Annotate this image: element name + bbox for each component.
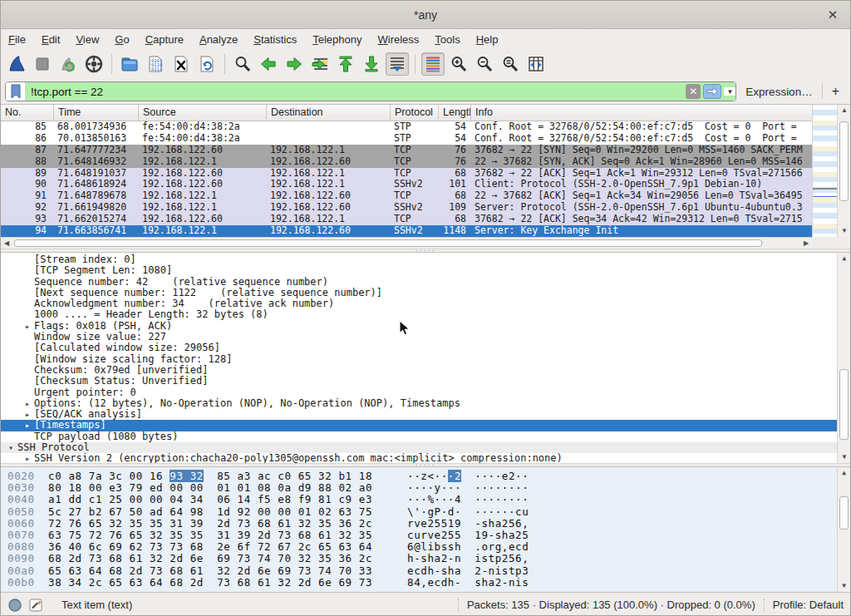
hex-row-0090[interactable]: 009068 2d 73 68 61 32 2d 6e 69 73 74 70 …	[1, 553, 837, 564]
hex-bytes[interactable]: 5c 27 b2 67 50 ad 64 98 1d 92 00 00 01 0…	[42, 506, 372, 518]
filter-history-dropdown-icon[interactable]: ▾	[724, 87, 735, 96]
detail-line[interactable]: ▾SSH Protocol	[1, 442, 837, 453]
detail-line[interactable]: ▸Flags: 0x018 (PSH, ACK)	[1, 321, 837, 332]
packet-list-vscrollbar[interactable]: ▲ ▼	[837, 105, 850, 237]
packet-row-94[interactable]: 9471.663856741192.168.122.1192.168.122.6…	[1, 225, 812, 237]
save-file-icon[interactable]: 010101100111	[144, 52, 167, 76]
packet-row-85[interactable]: 8568.001734936fe:54:00:d4:38:2aSTP54Conf…	[1, 121, 812, 133]
hex-row-0080[interactable]: 008036 40 6c 69 62 73 73 68 2e 6f 72 67 …	[1, 541, 837, 553]
filter-apply-icon[interactable]	[703, 84, 721, 99]
detail-line[interactable]: 1000 .... = Header Length: 32 bytes (8)	[1, 309, 837, 320]
go-last-icon[interactable]	[360, 52, 383, 76]
packet-row-91[interactable]: 9171.648789678192.168.122.1192.168.122.6…	[1, 190, 812, 202]
hex-row-0030[interactable]: 003080 18 00 e3 79 ed 00 00 01 01 08 0a …	[1, 482, 837, 494]
scroll-down-icon[interactable]: ▼	[838, 225, 850, 237]
zoom-in-icon[interactable]	[447, 52, 470, 76]
hex-row-0070[interactable]: 007063 75 72 76 65 32 35 35 31 39 2d 73 …	[1, 530, 837, 541]
close-icon[interactable]: ✕	[824, 6, 842, 24]
capture-comment-icon[interactable]	[29, 598, 43, 613]
filter-clear-icon[interactable]: ✕	[686, 84, 701, 99]
collapsed-arrow-icon[interactable]: ▸	[21, 420, 34, 431]
column-header-time[interactable]: Time	[54, 105, 139, 121]
menu-view[interactable]: View	[76, 33, 99, 46]
detail-line[interactable]: TCP payload (1080 bytes)	[1, 431, 837, 442]
scroll-down-icon[interactable]: ▼	[838, 580, 850, 592]
close-file-icon[interactable]	[170, 52, 193, 76]
hex-ascii[interactable]: ecdh-sha 2-nistp3	[372, 565, 529, 577]
colorize-icon[interactable]	[421, 52, 445, 76]
detail-line[interactable]: [TCP Segment Len: 1080]	[1, 265, 837, 276]
menu-edit[interactable]: Edit	[42, 33, 60, 46]
collapsed-arrow-icon[interactable]: ▸	[21, 453, 34, 463]
scrollbar-thumb[interactable]	[14, 239, 762, 247]
go-to-packet-icon[interactable]	[308, 52, 332, 76]
details-vscrollbar[interactable]: ▲ ▼	[837, 253, 850, 463]
profile-text[interactable]: Profile: Default	[773, 599, 844, 611]
packet-row-93[interactable]: 9371.662015274192.168.122.60192.168.122.…	[1, 214, 812, 225]
column-header-no[interactable]: No.	[1, 105, 54, 121]
add-filter-button[interactable]: +	[829, 84, 846, 99]
hex-bytes[interactable]: a1 dd c1 25 00 00 04 34 06 14 f5 e8 f9 8…	[42, 494, 372, 505]
scrollbar-thumb[interactable]	[839, 496, 849, 530]
hex-bytes[interactable]: 72 76 65 32 35 35 31 39 2d 73 68 61 32 3…	[42, 518, 372, 530]
auto-scroll-icon[interactable]	[386, 52, 409, 76]
hex-bytes[interactable]: 63 75 72 76 65 32 35 35 31 39 2d 73 68 6…	[42, 530, 372, 541]
expert-info-icon[interactable]	[7, 598, 22, 613]
detail-line[interactable]: ▸[Timestamps]	[1, 420, 837, 431]
menu-capture[interactable]: Capture	[145, 33, 184, 46]
packet-row-90[interactable]: 9071.648618924192.168.122.60192.168.122.…	[1, 179, 812, 190]
go-first-icon[interactable]	[334, 52, 357, 76]
detail-line[interactable]: [Calculated window size: 29056]	[1, 342, 837, 353]
menu-help[interactable]: Help	[476, 33, 499, 46]
scroll-up-icon[interactable]: ▲	[838, 253, 850, 264]
column-header-length[interactable]: Length	[439, 105, 471, 121]
packet-row-88[interactable]: 8871.648146932192.168.122.1192.168.122.6…	[1, 156, 812, 168]
menu-go[interactable]: Go	[115, 33, 129, 46]
collapsed-arrow-icon[interactable]: ▸	[21, 398, 34, 409]
detail-line[interactable]: ▸[SEQ/ACK analysis]	[1, 409, 837, 420]
go-forward-icon[interactable]	[283, 52, 306, 76]
scrollbar-thumb[interactable]	[839, 369, 849, 440]
hex-ascii[interactable]: ···%···4 ········	[372, 494, 529, 505]
open-file-icon[interactable]	[118, 52, 141, 76]
hex-ascii[interactable]: 6@libssh .org,ecd	[372, 541, 529, 553]
hex-row-00a0[interactable]: 00a065 63 64 68 2d 73 68 61 32 2d 6e 69 …	[1, 565, 837, 577]
detail-line[interactable]: [Checksum Status: Unverified]	[1, 376, 837, 387]
hex-ascii[interactable]: h-sha2-n istp256,	[372, 553, 529, 564]
scroll-up-icon[interactable]: ▲	[838, 105, 850, 116]
column-header-source[interactable]: Source	[139, 105, 267, 121]
scroll-down-icon[interactable]: ▼	[838, 451, 850, 463]
bytes-vscrollbar[interactable]: ▲ ▼	[837, 467, 850, 592]
hex-ascii[interactable]: rve25519 -sha256,	[372, 518, 529, 530]
scroll-left-icon[interactable]: ◀	[1, 238, 12, 249]
menu-wireless[interactable]: Wireless	[378, 33, 420, 46]
start-capture-icon[interactable]	[5, 52, 28, 76]
detail-line[interactable]: Urgent pointer: 0	[1, 387, 837, 398]
hex-ascii[interactable]: 84,ecdh- sha2-nis	[372, 577, 529, 589]
hex-ascii[interactable]: \'·gP·d· ······cu	[372, 506, 529, 518]
detail-line[interactable]: [Next sequence number: 1122 (relative se…	[1, 288, 837, 298]
column-header-info[interactable]: Info	[471, 105, 850, 121]
menu-telephony[interactable]: Telephony	[312, 33, 362, 46]
hex-ascii[interactable]: ··z<···2 ····e2··	[372, 471, 529, 482]
stop-capture-icon[interactable]	[31, 52, 54, 76]
expression-button[interactable]: Expression…	[742, 86, 815, 98]
reload-file-icon[interactable]	[195, 52, 219, 76]
hex-bytes[interactable]: 38 34 2c 65 63 64 68 2d 73 68 61 32 2d 6…	[42, 577, 372, 589]
packet-row-87[interactable]: 8771.647777234192.168.122.60192.168.122.…	[1, 145, 812, 156]
hex-row-0060[interactable]: 006072 76 65 32 35 35 31 39 2d 73 68 61 …	[1, 518, 837, 530]
scrollbar-thumb[interactable]	[839, 121, 849, 201]
hex-bytes[interactable]: c0 a8 7a 3c 00 16 93 32 85 a3 ac c0 65 3…	[42, 471, 372, 482]
resize-columns-icon[interactable]	[524, 52, 548, 76]
capture-options-icon[interactable]	[82, 52, 106, 76]
collapsed-arrow-icon[interactable]: ▸	[21, 321, 34, 332]
restart-capture-icon[interactable]	[57, 52, 80, 76]
display-filter-input[interactable]	[31, 86, 686, 98]
detail-line[interactable]: Acknowledgment number: 34 (relative ack …	[1, 298, 837, 309]
go-back-icon[interactable]	[257, 52, 280, 76]
menu-file[interactable]: File	[8, 33, 26, 46]
zoom-out-icon[interactable]	[473, 52, 496, 76]
hex-row-0050[interactable]: 00505c 27 b2 67 50 ad 64 98 1d 92 00 00 …	[1, 506, 837, 518]
packet-row-89[interactable]: 8971.648191037192.168.122.60192.168.122.…	[1, 168, 812, 180]
hex-row-00b0[interactable]: 00b038 34 2c 65 63 64 68 2d 73 68 61 32 …	[1, 577, 837, 589]
